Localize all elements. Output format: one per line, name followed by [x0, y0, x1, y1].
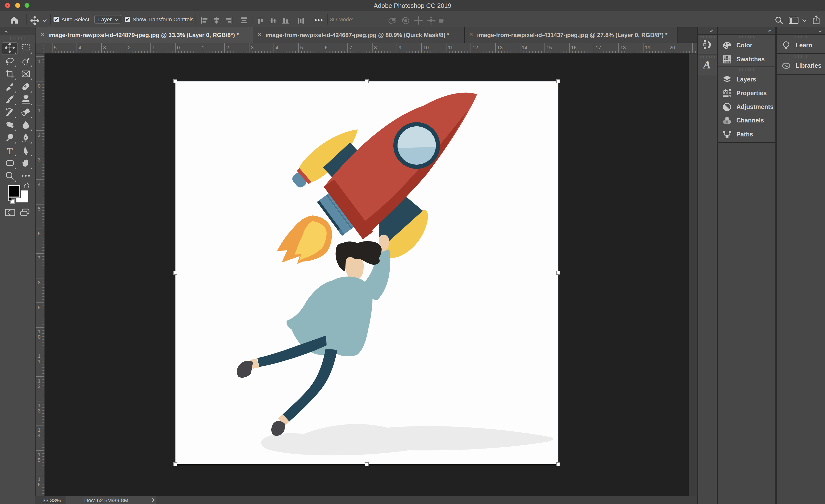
svg-text:1: 1 — [202, 45, 204, 50]
svg-text:0: 0 — [38, 83, 41, 89]
svg-text:1: 1 — [38, 427, 41, 433]
svg-text:4: 4 — [276, 45, 278, 50]
svg-text:7: 7 — [38, 255, 41, 261]
svg-text:8: 8 — [38, 280, 41, 285]
svg-text:0: 0 — [177, 45, 180, 50]
svg-text:20: 20 — [670, 45, 675, 50]
svg-text:5: 5 — [38, 206, 41, 212]
svg-text:6: 6 — [325, 45, 327, 50]
svg-text:2: 2 — [38, 384, 41, 389]
svg-text:1: 1 — [38, 329, 41, 334]
svg-text:4: 4 — [79, 45, 81, 50]
svg-text:1: 1 — [38, 378, 41, 384]
svg-text:11: 11 — [448, 45, 453, 50]
svg-text:1: 1 — [38, 359, 41, 364]
svg-text:2: 2 — [226, 45, 229, 50]
svg-text:1: 1 — [38, 403, 41, 408]
svg-text:6: 6 — [38, 231, 41, 236]
svg-text:19: 19 — [645, 45, 651, 50]
svg-text:3: 3 — [251, 45, 254, 50]
svg-text:5: 5 — [300, 45, 303, 50]
svg-text:1: 1 — [38, 59, 41, 64]
svg-text:5: 5 — [38, 457, 41, 463]
svg-text:16: 16 — [571, 45, 577, 50]
svg-text:12: 12 — [473, 45, 478, 50]
svg-text:10: 10 — [423, 45, 429, 50]
svg-text:17: 17 — [596, 45, 601, 50]
svg-text:5: 5 — [54, 45, 57, 50]
svg-text:7: 7 — [350, 45, 352, 50]
svg-text:8: 8 — [374, 45, 377, 50]
svg-text:0: 0 — [38, 334, 41, 340]
svg-text:2: 2 — [38, 133, 41, 138]
svg-text:9: 9 — [399, 45, 401, 50]
svg-text:1: 1 — [38, 477, 41, 482]
svg-text:2: 2 — [128, 45, 130, 50]
svg-text:1: 1 — [38, 353, 41, 359]
svg-text:4: 4 — [38, 433, 41, 438]
svg-text:1: 1 — [38, 452, 41, 457]
svg-text:13: 13 — [497, 45, 503, 50]
svg-text:4: 4 — [38, 182, 41, 187]
svg-text:1: 1 — [152, 45, 155, 50]
svg-text:T: T — [7, 146, 12, 156]
svg-text:3: 3 — [38, 408, 41, 413]
svg-text:6: 6 — [38, 482, 41, 487]
svg-text:9: 9 — [38, 305, 41, 310]
svg-text:14: 14 — [522, 45, 527, 50]
svg-text:18: 18 — [620, 45, 626, 50]
svg-text:1: 1 — [38, 108, 41, 113]
svg-text:3: 3 — [103, 45, 106, 50]
svg-text:15: 15 — [546, 45, 552, 50]
svg-text:3: 3 — [38, 157, 41, 162]
